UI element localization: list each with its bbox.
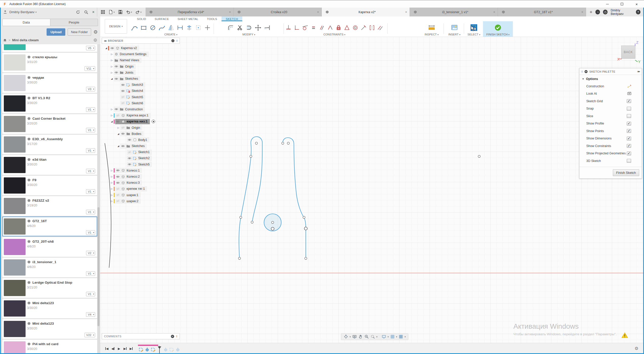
step-forward-button[interactable]: ▶ [123, 346, 128, 351]
perpendicular-constraint-icon[interactable] [327, 24, 334, 31]
visibility-eye-off-icon[interactable] [121, 126, 125, 130]
expander-icon[interactable] [110, 77, 114, 80]
tree-row[interactable]: шарик:1 [102, 192, 180, 198]
version-dropdown[interactable]: V1 [86, 148, 95, 153]
tab-close-icon[interactable]: × [405, 10, 407, 14]
tree-row[interactable]: Sketches [102, 143, 180, 149]
show-dimensions-checkbox[interactable] [627, 137, 631, 140]
3d-sketch-checkbox[interactable] [627, 159, 631, 163]
doc-tab-tensioner[interactable]: i3_tensioner_1 v1* × [410, 8, 498, 16]
vertical-horizontal-constraint-icon[interactable] [293, 24, 300, 31]
line-tool-icon[interactable] [131, 24, 138, 31]
curvature-constraint-icon[interactable] [377, 24, 384, 31]
expander-icon[interactable] [104, 47, 108, 49]
list-item[interactable]: чердак3/30/20 V3 [2, 73, 97, 93]
equal-constraint-icon[interactable] [310, 24, 317, 31]
version-dropdown[interactable]: V3 [86, 87, 95, 91]
new-document-button[interactable]: + [590, 9, 592, 15]
expander-icon[interactable] [110, 53, 114, 55]
tree-row[interactable]: Колесо:3 [102, 180, 180, 186]
visibility-eye-icon[interactable] [114, 107, 118, 111]
doc-tab-gt2[interactable]: GT2_16T v1* × [498, 8, 586, 16]
visibility-eye-icon[interactable] [116, 120, 120, 123]
timeline-extrude-feature-suppressed[interactable] [175, 347, 180, 352]
construction-icon[interactable] [627, 84, 632, 89]
account-name[interactable]: Dmitriy Berdyaev [611, 9, 633, 16]
midpoint-constraint-icon[interactable] [369, 24, 375, 31]
tangent-constraint-icon[interactable] [302, 24, 309, 31]
tab-surface[interactable]: SURFACE [150, 16, 173, 21]
tree-row[interactable]: Колесо:2 [102, 174, 180, 180]
visibility-eye-off-icon[interactable] [116, 193, 120, 197]
pan-icon[interactable] [358, 334, 363, 339]
visibility-eye-icon[interactable] [116, 169, 120, 172]
list-item[interactable]: i3_tensioner_14/6/20 V1 [2, 258, 97, 277]
doc-tab-pererabotka[interactable]: Переработка v14* × [146, 8, 234, 16]
fillet-tool-icon[interactable] [227, 24, 234, 31]
play-button[interactable]: ▶ [116, 346, 122, 351]
go-to-start-button[interactable]: ◀ [104, 346, 109, 351]
sketch-grid-checkbox[interactable] [627, 99, 631, 103]
palette-drag-handle[interactable]: ‖ [581, 70, 583, 73]
offset-tool-icon[interactable] [246, 24, 252, 31]
modify-dropdown[interactable]: MODIFY▾ [243, 33, 255, 36]
expander-icon[interactable] [110, 181, 114, 184]
polygon-constraint-icon[interactable] [344, 24, 350, 31]
measure-tool-icon[interactable] [428, 24, 435, 31]
version-dropdown[interactable]: V1 [86, 271, 95, 276]
home-icon[interactable] [3, 38, 7, 42]
visibility-eye-off-icon[interactable] [116, 199, 120, 203]
look-at-icon[interactable] [352, 334, 357, 339]
visibility-eye-icon[interactable] [110, 46, 114, 50]
list-item-selected[interactable]: GT2_16T4/6/20 V1 [2, 217, 97, 236]
visibility-eye-icon[interactable] [128, 156, 131, 160]
tree-row[interactable]: Bodies [102, 131, 180, 137]
version-dropdown[interactable]: V11 [85, 66, 95, 71]
version-dropdown[interactable]: V1 [86, 128, 95, 132]
add-comment-icon[interactable]: + [171, 335, 174, 338]
timeline-sketch-feature-suppressed[interactable] [169, 347, 174, 352]
list-item[interactable]: Mini delta1233/30/20 V4 [2, 299, 97, 318]
activate-component-radio[interactable] [152, 120, 155, 123]
minimize-button[interactable] [600, 0, 615, 8]
tree-row[interactable]: Sketch3 [102, 82, 180, 88]
timeline-sketch-feature[interactable] [139, 347, 144, 352]
new-folder-button[interactable]: New Folder [68, 28, 91, 36]
visibility-eye-icon[interactable] [121, 132, 125, 136]
look-at-icon[interactable] [627, 91, 632, 96]
list-item[interactable]: Mini delta1233/30/20 V22 [2, 319, 97, 339]
comments-bar[interactable]: COMMENTS + ‖ [102, 333, 180, 339]
visibility-eye-off-icon[interactable] [128, 150, 131, 154]
share-globe-icon[interactable] [93, 38, 97, 42]
visibility-eye-off-icon[interactable] [121, 95, 125, 99]
doc-tab-karetka-active[interactable]: Каретка v2* × [322, 8, 410, 16]
show-points-checkbox[interactable] [627, 129, 631, 133]
show-projected-geometries-checkbox[interactable] [627, 152, 631, 155]
visibility-eye-icon[interactable] [128, 162, 131, 166]
expander-icon[interactable] [110, 194, 114, 196]
snap-checkbox[interactable] [627, 107, 631, 111]
expander-icon[interactable] [116, 145, 120, 147]
expander-icon[interactable] [110, 120, 114, 123]
list-item[interactable]: Cast Corner Bracket3/20/20 V1 [2, 114, 97, 134]
tree-row-selected[interactable]: каретка низ:1 [102, 118, 180, 124]
tree-row[interactable]: Body1 [102, 137, 180, 143]
tree-row[interactable]: Sketch2 [102, 155, 180, 161]
tree-row[interactable]: Origin [102, 124, 180, 131]
expander-icon[interactable] [110, 65, 114, 68]
visibility-eye-off-icon[interactable] [116, 114, 120, 117]
display-settings-icon[interactable] [381, 334, 386, 339]
finish-sketch-dropdown[interactable]: FINISH SKETCH▾ [486, 33, 509, 36]
timeline-extrude-feature-suppressed[interactable] [163, 347, 168, 352]
concentric-constraint-icon[interactable] [352, 24, 359, 31]
list-item[interactable]: стекло крышы3/31/20 V11 [2, 53, 97, 72]
tree-row[interactable]: Sketch6 [102, 100, 180, 106]
version-dropdown[interactable]: V1 [86, 169, 95, 173]
circle-tool-icon[interactable] [149, 24, 156, 31]
step-back-button[interactable]: ◀ [110, 346, 115, 351]
tree-row[interactable]: Named Views [102, 57, 180, 63]
version-dropdown[interactable]: V1 [86, 210, 95, 214]
tab-tools[interactable]: TOOLS [203, 16, 222, 21]
show-constraints-checkbox[interactable] [627, 144, 631, 148]
visibility-eye-icon[interactable] [128, 138, 131, 142]
